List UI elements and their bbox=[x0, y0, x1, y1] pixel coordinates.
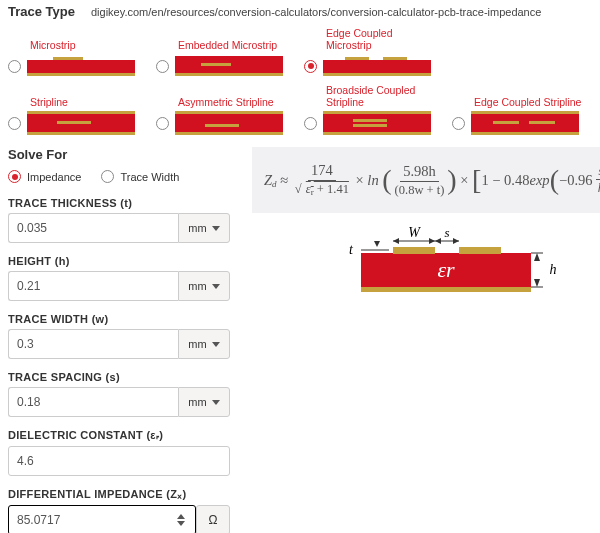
trace-type-option-edge-coupled-microstrip: Edge Coupled Microstrip bbox=[304, 25, 444, 78]
section-title-solve-for: Solve For bbox=[8, 147, 230, 162]
trace-type-radio-asymmetric-stripline[interactable] bbox=[156, 117, 169, 130]
chevron-down-icon bbox=[212, 342, 220, 347]
pcb-icon-embedded-microstrip bbox=[175, 54, 283, 78]
trace-type-label: Stripline bbox=[30, 84, 148, 108]
svg-rect-1 bbox=[361, 287, 531, 292]
trace-type-grid: Microstrip Embedded Microstrip Edge Coup… bbox=[8, 25, 592, 135]
pcb-icon-broadside-coupled-stripline bbox=[323, 111, 431, 135]
solve-for-option-impedance[interactable]: Impedance bbox=[8, 170, 81, 183]
trace-type-label: Broadside Coupled Stripline bbox=[326, 84, 444, 108]
solve-for-options: Impedance Trace Width bbox=[8, 170, 230, 183]
svg-rect-3 bbox=[459, 247, 501, 254]
trace-type-radio-edge-coupled-microstrip[interactable] bbox=[304, 60, 317, 73]
solve-for-option-trace-width[interactable]: Trace Width bbox=[101, 170, 179, 183]
field-label-er: DIELECTRIC CONSTANT (εᵣ) bbox=[8, 429, 230, 442]
trace-type-label: Embedded Microstrip bbox=[178, 27, 296, 51]
trace-type-label: Edge Coupled Stripline bbox=[474, 84, 592, 108]
pcb-icon-edge-coupled-microstrip bbox=[323, 54, 431, 78]
cross-section-diagram: εr W s t h bbox=[331, 225, 561, 305]
impedance-formula: Zd ≈ 174 εr + 1.41 × ln ( 5.98h (0.8w + … bbox=[252, 147, 600, 213]
pcb-icon-microstrip bbox=[27, 54, 135, 78]
differential-impedance-input[interactable] bbox=[8, 505, 196, 533]
trace-type-spacer bbox=[452, 25, 592, 78]
trace-type-radio-microstrip[interactable] bbox=[8, 60, 21, 73]
solve-for-label: Trace Width bbox=[120, 171, 179, 183]
unit-value: mm bbox=[188, 222, 206, 234]
pcb-icon-asymmetric-stripline bbox=[175, 111, 283, 135]
field-label-thickness: TRACE THICKNESS (t) bbox=[8, 197, 230, 209]
thickness-input[interactable] bbox=[8, 213, 178, 243]
solve-for-radio-impedance[interactable] bbox=[8, 170, 21, 183]
height-unit-select[interactable]: mm bbox=[178, 271, 230, 301]
chevron-down-icon bbox=[212, 226, 220, 231]
svg-text:W: W bbox=[408, 225, 421, 240]
height-input[interactable] bbox=[8, 271, 178, 301]
chevron-down-icon bbox=[212, 284, 220, 289]
field-label-height: HEIGHT (h) bbox=[8, 255, 230, 267]
trace-type-radio-broadside-coupled-stripline[interactable] bbox=[304, 117, 317, 130]
trace-type-option-microstrip: Microstrip bbox=[8, 25, 148, 78]
unit-value: mm bbox=[188, 396, 206, 408]
trace-type-label: Edge Coupled Microstrip bbox=[326, 27, 444, 51]
impedance-unit: Ω bbox=[196, 505, 230, 533]
svg-text:s: s bbox=[444, 225, 449, 240]
trace-type-label: Microstrip bbox=[30, 27, 148, 51]
trace-type-radio-edge-coupled-stripline[interactable] bbox=[452, 117, 465, 130]
trace-type-radio-embedded-microstrip[interactable] bbox=[156, 60, 169, 73]
thickness-unit-select[interactable]: mm bbox=[178, 213, 230, 243]
svg-marker-6 bbox=[393, 238, 399, 244]
field-label-zd: DIFFERENTIAL IMPEDANCE (Zₓ) bbox=[8, 488, 230, 501]
svg-text:t: t bbox=[349, 242, 354, 257]
impedance-stepper[interactable] bbox=[172, 505, 190, 533]
svg-marker-7 bbox=[429, 238, 435, 244]
trace-type-label: Asymmetric Stripline bbox=[178, 84, 296, 108]
svg-marker-11 bbox=[453, 238, 459, 244]
trace-type-option-broadside-coupled-stripline: Broadside Coupled Stripline bbox=[304, 82, 444, 135]
spacing-unit-select[interactable]: mm bbox=[178, 387, 230, 417]
unit-value: mm bbox=[188, 280, 206, 292]
stepper-down-icon bbox=[177, 521, 185, 526]
solve-for-label: Impedance bbox=[27, 171, 81, 183]
spacing-input[interactable] bbox=[8, 387, 178, 417]
svg-marker-15 bbox=[374, 241, 380, 247]
svg-text:εr: εr bbox=[437, 257, 455, 282]
trace-type-option-embedded-microstrip: Embedded Microstrip bbox=[156, 25, 296, 78]
dielectric-constant-input[interactable] bbox=[8, 446, 230, 476]
trace-type-option-asymmetric-stripline: Asymmetric Stripline bbox=[156, 82, 296, 135]
field-label-width: TRACE WIDTH (w) bbox=[8, 313, 230, 325]
svg-marker-20 bbox=[534, 279, 540, 287]
unit-value: mm bbox=[188, 338, 206, 350]
svg-rect-2 bbox=[393, 247, 435, 254]
width-unit-select[interactable]: mm bbox=[178, 329, 230, 359]
solve-for-radio-trace-width[interactable] bbox=[101, 170, 114, 183]
stepper-up-icon bbox=[177, 514, 185, 519]
pcb-icon-edge-coupled-stripline bbox=[471, 111, 579, 135]
svg-text:h: h bbox=[549, 262, 556, 277]
pcb-icon-stripline bbox=[27, 111, 135, 135]
page-url: digikey.com/en/resources/conversion-calc… bbox=[91, 6, 541, 18]
width-input[interactable] bbox=[8, 329, 178, 359]
trace-type-option-edge-coupled-stripline: Edge Coupled Stripline bbox=[452, 82, 592, 135]
section-title-trace-type: Trace Type bbox=[8, 4, 75, 19]
svg-marker-10 bbox=[435, 238, 441, 244]
field-label-spacing: TRACE SPACING (s) bbox=[8, 371, 230, 383]
chevron-down-icon bbox=[212, 400, 220, 405]
trace-type-radio-stripline[interactable] bbox=[8, 117, 21, 130]
svg-marker-19 bbox=[534, 253, 540, 261]
trace-type-option-stripline: Stripline bbox=[8, 82, 148, 135]
